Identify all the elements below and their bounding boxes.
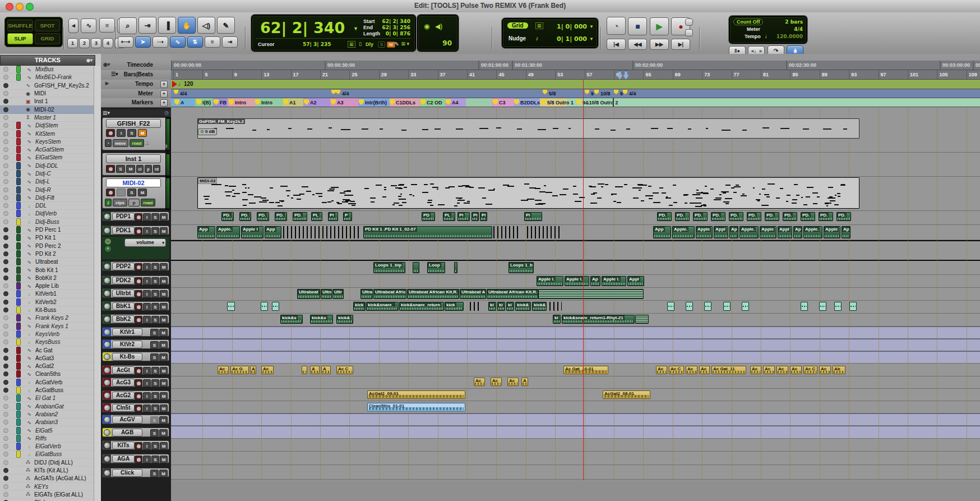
track-show-dot[interactable]	[3, 460, 8, 465]
track-header-ktvr1[interactable]: KtVr1SM	[102, 327, 169, 337]
midi-zoom-button[interactable]: ≡	[99, 18, 115, 33]
i-button[interactable]: I	[143, 227, 151, 235]
track-name-inst1[interactable]: Inst 1	[106, 154, 161, 163]
clip-gofish-fm-key2s-2[interactable]: GoFISH_FM_Key2s.2	[197, 118, 859, 139]
clip-pi[interactable]: Pi	[457, 212, 470, 221]
track-show-dot[interactable]	[3, 468, 8, 473]
track-header-kt-bs[interactable]: Kt-BsSM	[102, 352, 169, 361]
clip-kick-snare-return1-rhyt-21[interactable]: kick&snare_return1-Rhyt-21	[562, 315, 635, 324]
track-header-bbk1[interactable]: BbK1ISM	[102, 301, 169, 311]
clip-apple[interactable]: Apple	[760, 226, 776, 238]
tempo-event-marker[interactable]	[172, 81, 177, 88]
clip-ap[interactable]: Ap	[793, 226, 802, 238]
track-show-dot[interactable]	[3, 492, 8, 497]
sidebar-item-elgat5[interactable]: ∿ElGat5	[0, 426, 94, 434]
sidebar-item-master-1[interactable]: ΣMaster 1	[0, 114, 94, 122]
record-enable-button[interactable]	[135, 290, 142, 298]
clip-ki[interactable]: ki	[497, 302, 505, 311]
tempo-ruler[interactable]: ♩120	[171, 80, 980, 89]
clip-ac[interactable]: Ac	[686, 366, 697, 374]
pre-roll-icon[interactable]: ▯	[359, 41, 362, 47]
marker-label[interactable]: A3	[337, 100, 344, 105]
sidebar-item-mixbus[interactable]: ∿MixBus	[0, 66, 94, 73]
sidebar-item-acgat3[interactable]: ∿AcGat3	[0, 355, 94, 362]
track-show-dot[interactable]	[3, 371, 8, 376]
meter-event-flag-icon[interactable]	[336, 90, 340, 94]
acg2-lane[interactable]	[171, 389, 980, 401]
add-tempo-event-button[interactable]: +	[160, 81, 168, 88]
sidebar-item-apple-lib[interactable]: ∿Apple Lib	[0, 282, 94, 290]
sidebar-item-frank-keys-1[interactable]: ∿Frank Keys 1	[0, 323, 94, 330]
count-off-value[interactable]: 2 bars	[785, 19, 803, 25]
track-show-dot[interactable]	[3, 147, 8, 152]
clip-loops-1-bip[interactable]: Loops 1_bip	[373, 262, 405, 273]
track-name-pdp1[interactable]: PDP1	[112, 213, 135, 220]
pencil-mode-icon[interactable]: ✎	[395, 41, 399, 47]
track-name-cln5t[interactable]: Cln5t	[112, 404, 135, 412]
go-to-end-button[interactable]: ▶|	[671, 39, 690, 50]
clip[interactable]	[742, 302, 749, 311]
clock-icon[interactable]: ◷	[164, 110, 169, 116]
clip-ultra[interactable]: Ultra	[360, 289, 373, 299]
tracks-menu-icon[interactable]: ◉▾	[86, 56, 93, 65]
sidebar-item-elgatverb[interactable]: ↓ElGatVerb	[0, 443, 94, 451]
clip-appl[interactable]: Appl	[714, 226, 728, 238]
mirrored-midi-edit-button[interactable]: ⇅	[187, 36, 203, 48]
i-button[interactable]: I	[143, 316, 151, 324]
ruler-label-tempo[interactable]: Tempo▶+	[101, 80, 171, 90]
sidebar-item-bobkit-2[interactable]: ∿BobKit 2	[0, 274, 94, 282]
sidebar-item-didj-l[interactable]: ∿Didj-L	[0, 178, 94, 186]
transport-expand-bottom-button[interactable]	[685, 29, 693, 36]
track-color-tab[interactable]	[103, 454, 111, 463]
trim-tool[interactable]: ⇥	[138, 17, 156, 34]
sidebar-item-midi-02[interactable]: ◉MIDI-02	[0, 105, 94, 113]
fast-forward-button[interactable]: ▶▶	[650, 39, 669, 50]
track-name-gfish[interactable]: GFISH_F22	[106, 119, 161, 128]
volume-breakpoint-value[interactable]: ⊙ 0 dB	[198, 128, 217, 135]
s-button[interactable]: S	[151, 227, 159, 235]
i-button[interactable]: I	[143, 367, 151, 375]
clip[interactable]	[470, 302, 480, 311]
track-show-dot[interactable]	[3, 315, 8, 320]
clip-ab[interactable]: Ab	[833, 366, 845, 374]
clip-ki[interactable]: ki	[488, 302, 496, 311]
clip-pd-kit-1-pd-kit-1-02-07[interactable]: PD Kit 1 .PD Kit 1_02-07	[363, 226, 492, 238]
track-show-dot[interactable]	[3, 348, 8, 353]
agb-lane[interactable]	[171, 426, 980, 439]
sidebar-item-didjverb[interactable]: ↓DidjVerb	[0, 210, 94, 218]
track-header-ktvr2[interactable]: KtVr2SM	[102, 339, 169, 349]
track-show-dot[interactable]	[3, 99, 8, 104]
track-header-pdk2[interactable]: PDK2ISM	[102, 275, 169, 285]
clip-appl[interactable]: Appl	[627, 276, 644, 286]
markers-ruler[interactable]: AI(B)FBIntroIntroA1A2A3Intr(Brth)C1DDLsC…	[171, 98, 980, 107]
mode-shuffle-button[interactable]: SHUFFLE	[7, 20, 33, 31]
i-button[interactable]: I	[143, 379, 151, 387]
solo-button[interactable]: S	[127, 129, 136, 137]
clip-acgat2-08-01[interactable]: AcGat2_08-01	[603, 390, 650, 399]
clip-ac-gat-10-01[interactable]: Ac Gat_10-01	[563, 366, 608, 374]
zoom-preset-2-button[interactable]: 2	[79, 38, 90, 48]
m-button[interactable]: M	[160, 316, 168, 324]
clip[interactable]	[849, 302, 857, 311]
zoom-tool[interactable]: ⌕	[119, 17, 137, 34]
acg3-lane[interactable]	[171, 376, 980, 389]
track-show-dot[interactable]	[3, 243, 8, 249]
clip-a[interactable]: A	[321, 366, 331, 374]
volume-lane-selector[interactable]: volume▾	[124, 238, 166, 247]
clip-pd-[interactable]: PD.	[239, 212, 251, 221]
track-show-dot[interactable]	[3, 227, 8, 232]
clip-ap[interactable]: Ap	[729, 226, 738, 238]
marker-label[interactable]: Intro	[261, 100, 272, 105]
track-show-dot[interactable]	[3, 436, 8, 441]
record-enable-button[interactable]	[135, 367, 142, 375]
grid-label[interactable]: Grid	[507, 22, 528, 29]
track-name-midi02[interactable]: MIDI-02	[106, 178, 161, 187]
track-color-tab[interactable]	[103, 428, 111, 436]
track-color-tab[interactable]	[103, 212, 111, 220]
clip[interactable]	[667, 302, 674, 311]
remove-lane-button[interactable]: −	[104, 238, 112, 245]
clip[interactable]	[686, 302, 693, 311]
clip-ki[interactable]: ki	[506, 302, 514, 311]
mute-button[interactable]: M	[138, 189, 147, 196]
add-meter-event-button[interactable]: +	[160, 90, 168, 98]
